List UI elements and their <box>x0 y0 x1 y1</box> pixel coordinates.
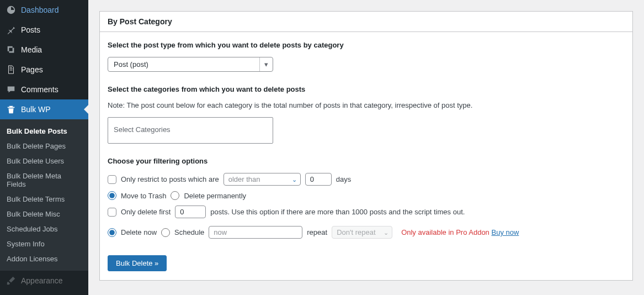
categories-note: Note: The post count below for each cate… <box>108 101 625 109</box>
submenu-bulk-delete-meta[interactable]: Bulk Delete Meta Fields <box>0 168 88 192</box>
submenu-system-info[interactable]: System Info <box>0 236 88 251</box>
schedule-time-input[interactable] <box>209 226 302 239</box>
post-type-select[interactable]: Post (post) ▾ <box>108 57 273 72</box>
sidebar-item-comments[interactable]: Comments <box>0 80 88 99</box>
post-type-value: Post (post) <box>108 57 273 71</box>
sidebar-item-pages[interactable]: Pages <box>0 60 88 80</box>
row-delete-mode: Move to Trash Delete permanently <box>108 191 625 200</box>
chevron-down-icon: ▾ <box>259 57 273 71</box>
delete-now-radio[interactable] <box>108 228 116 237</box>
sidebar-item-media[interactable]: Media <box>0 40 88 60</box>
delete-permanently-label: Delete permanently <box>184 192 246 200</box>
buy-now-link[interactable]: Buy now <box>491 228 519 236</box>
categories-label: Select the categories from which you wan… <box>108 85 625 93</box>
only-first-checkbox[interactable] <box>108 208 116 217</box>
row-restrict-age: Only restrict to posts which are older t… <box>108 173 625 186</box>
sidebar-item-appearance[interactable]: Appearance <box>0 271 88 291</box>
schedule-radio[interactable] <box>161 228 170 237</box>
restrict-label: Only restrict to posts which are <box>121 175 219 183</box>
submenu-bulk-delete-posts[interactable]: Bulk Delete Posts <box>0 124 88 139</box>
schedule-label: Schedule <box>174 228 204 236</box>
page-icon <box>6 64 17 75</box>
submenu-scheduled-jobs[interactable]: Scheduled Jobs <box>0 222 88 236</box>
filter-label: Choose your filtering options <box>108 157 625 165</box>
sidebar-item-label: Appearance <box>21 276 63 285</box>
delete-permanently-radio[interactable] <box>171 191 179 200</box>
move-trash-radio[interactable] <box>108 191 116 200</box>
chevron-down-icon: ⌄ <box>384 229 388 236</box>
panel-title: By Post Category <box>100 12 632 32</box>
age-days-input[interactable] <box>305 173 332 186</box>
sidebar-item-label: Posts <box>21 25 40 34</box>
restrict-checkbox[interactable] <box>108 175 116 184</box>
categories-multiselect[interactable]: Select Categories <box>108 117 273 144</box>
sidebar-item-label: Bulk WP <box>21 105 51 114</box>
dashboard-icon <box>6 4 17 15</box>
submenu-addon-licenses[interactable]: Addon Licenses <box>0 251 88 266</box>
sidebar-item-label: Pages <box>21 65 43 74</box>
only-first-label: Only delete first <box>121 208 171 216</box>
submenu-bulk-delete-misc[interactable]: Bulk Delete Misc <box>0 207 88 222</box>
main-content: By Post Category Select the post type fr… <box>88 0 644 295</box>
chevron-down-icon: ⌄ <box>292 176 297 183</box>
age-comparator-value: older than <box>228 175 260 183</box>
move-trash-label: Move to Trash <box>121 192 166 200</box>
trash-icon <box>6 104 17 115</box>
panel-by-post-category: By Post Category Select the post type fr… <box>99 11 633 281</box>
pin-icon <box>6 24 17 35</box>
bulk-delete-button[interactable]: Bulk Delete » <box>108 255 167 271</box>
days-label: days <box>336 175 351 183</box>
row-schedule: Delete now Schedule repeat Don't repeat … <box>108 226 625 239</box>
sidebar-submenu: Bulk Delete Posts Bulk Delete Pages Bulk… <box>0 119 88 271</box>
sidebar-item-bulk-wp[interactable]: Bulk WP <box>0 99 88 119</box>
only-first-tail: posts. Use this option if there are more… <box>210 208 465 216</box>
submenu-bulk-delete-users[interactable]: Bulk Delete Users <box>0 154 88 168</box>
submenu-bulk-delete-terms[interactable]: Bulk Delete Terms <box>0 192 88 207</box>
age-comparator-select[interactable]: older than ⌄ <box>223 173 301 186</box>
panel-body: Select the post type from which you want… <box>100 32 632 280</box>
sidebar-item-label: Dashboard <box>21 6 59 14</box>
pro-notice: Only available in Pro Addon Buy now <box>401 228 519 236</box>
delete-now-label: Delete now <box>121 228 157 236</box>
brush-icon <box>6 275 17 286</box>
sidebar-item-dashboard[interactable]: Dashboard <box>0 0 88 20</box>
post-type-label: Select the post type from which you want… <box>108 41 625 49</box>
comment-icon <box>6 84 17 95</box>
sidebar-item-label: Comments <box>21 85 58 94</box>
media-icon <box>6 44 17 55</box>
only-first-input[interactable] <box>175 206 206 218</box>
row-only-first: Only delete first posts. Use this option… <box>108 206 625 218</box>
sidebar-item-label: Media <box>21 45 42 54</box>
admin-sidebar: Dashboard Posts Media Pages Comments Bul… <box>0 0 88 295</box>
repeat-label: repeat <box>307 228 327 236</box>
repeat-value: Don't repeat <box>337 228 375 236</box>
sidebar-item-posts[interactable]: Posts <box>0 20 88 40</box>
submenu-bulk-delete-pages[interactable]: Bulk Delete Pages <box>0 139 88 154</box>
repeat-select[interactable]: Don't repeat ⌄ <box>332 226 392 239</box>
